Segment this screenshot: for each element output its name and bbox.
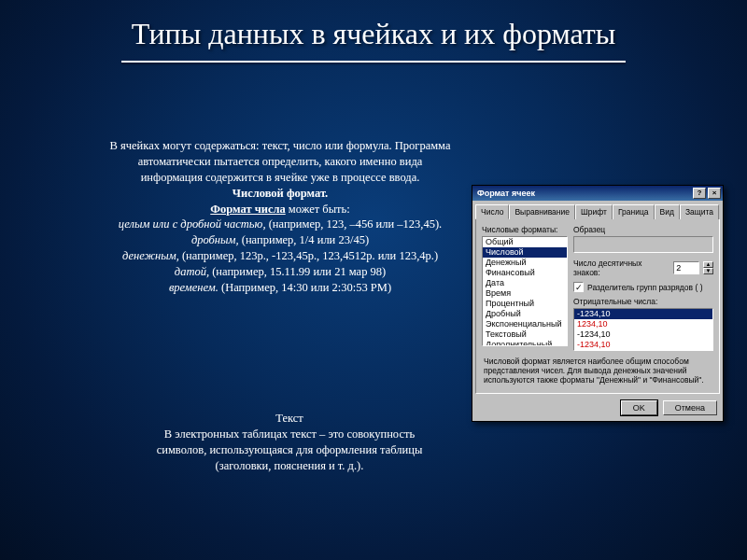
it2: дробным, bbox=[191, 233, 239, 246]
paragraph-text: В электронных таблицах текст – это совок… bbox=[145, 427, 434, 474]
tab-view[interactable]: Вид bbox=[655, 204, 680, 219]
dialog-buttons: OK Отмена bbox=[472, 397, 723, 421]
list-item[interactable]: 1234,10 bbox=[574, 319, 712, 329]
list-item[interactable]: Числовой bbox=[483, 247, 567, 258]
line-format: Формат числа может быть: bbox=[107, 202, 453, 217]
spin-up-icon[interactable]: ▲ bbox=[703, 261, 713, 268]
list-item[interactable]: -1234,10 bbox=[574, 309, 712, 319]
format-underline: Формат числа bbox=[210, 203, 285, 216]
formats-label: Числовые форматы: bbox=[482, 225, 568, 234]
list-item[interactable]: Финансовый bbox=[483, 268, 567, 278]
list-item[interactable]: Дробный bbox=[483, 309, 567, 319]
line-fraction: дробным, (например, 1/4 или 23/45) bbox=[107, 232, 453, 248]
list-item[interactable]: Текстовый bbox=[483, 329, 567, 340]
line-date: датой, (например, 15.11.99 или 21 мар 98… bbox=[107, 264, 453, 280]
help-button[interactable]: ? bbox=[693, 188, 706, 199]
list-item[interactable]: Время bbox=[483, 288, 567, 299]
ex5: (Например, 14:30 или 2:30:53 PM) bbox=[218, 281, 391, 294]
close-button[interactable]: × bbox=[708, 188, 721, 199]
it3: денежным, bbox=[122, 249, 179, 262]
decimals-spinner[interactable]: ▲▼ bbox=[703, 261, 713, 274]
tab-panel: Числовые форматы: Общий Числовой Денежны… bbox=[475, 218, 720, 394]
list-item[interactable]: Процентный bbox=[483, 299, 567, 309]
it1: целым или с дробной частью, bbox=[119, 217, 266, 231]
heading-text: Текст bbox=[145, 411, 434, 427]
it4: датой, bbox=[175, 265, 209, 278]
tab-number[interactable]: Число bbox=[475, 204, 509, 219]
tab-font[interactable]: Шрифт bbox=[575, 204, 613, 219]
dialog-titlebar[interactable]: Формат ячеек ? × bbox=[472, 186, 723, 201]
sample-label: Образец bbox=[573, 225, 713, 234]
line-integer: целым или с дробной частью, (например, 1… bbox=[107, 217, 453, 232]
ex2: (например, 1/4 или 23/45) bbox=[239, 233, 369, 246]
negatives-label: Отрицательные числа: bbox=[573, 297, 713, 306]
body-text-1: В ячейках могут содержаться: текст, числ… bbox=[107, 138, 453, 296]
tab-strip: Число Выравнивание Шрифт Граница Вид Защ… bbox=[472, 201, 723, 218]
list-item[interactable]: Дополнительный bbox=[483, 340, 567, 346]
decimals-label: Число десятичных знаков: bbox=[573, 259, 669, 277]
paragraph-intro: В ячейках могут содержаться: текст, числ… bbox=[107, 138, 453, 186]
formats-listbox[interactable]: Общий Числовой Денежный Финансовый Дата … bbox=[482, 236, 568, 346]
list-item[interactable]: -1234,10 bbox=[574, 340, 712, 350]
ok-button[interactable]: OK bbox=[621, 400, 657, 415]
list-item[interactable]: -1234,10 bbox=[574, 329, 712, 340]
line-time: временем. (Например, 14:30 или 2:30:53 P… bbox=[107, 280, 453, 296]
format-suffix: может быть: bbox=[286, 203, 350, 216]
title-underline bbox=[121, 61, 626, 63]
tab-protection[interactable]: Защита bbox=[680, 204, 719, 219]
spin-down-icon[interactable]: ▼ bbox=[703, 268, 713, 274]
format-hint: Числовой формат является наиболее общим … bbox=[482, 351, 713, 387]
tab-border[interactable]: Граница bbox=[613, 204, 655, 219]
list-item[interactable]: Дата bbox=[483, 278, 567, 288]
dialog-title: Формат ячеек bbox=[477, 189, 691, 198]
decimals-input[interactable]: 2 bbox=[673, 261, 699, 274]
cancel-button[interactable]: Отмена bbox=[663, 400, 717, 415]
it5: временем. bbox=[169, 281, 218, 294]
tab-alignment[interactable]: Выравнивание bbox=[509, 204, 575, 219]
sample-box bbox=[573, 236, 713, 253]
ex3: (например, 123р., -123,45р., 123,4512р. … bbox=[179, 249, 438, 262]
negatives-listbox[interactable]: -1234,10 1234,10 -1234,10 -1234,10 bbox=[573, 308, 713, 351]
ex4: (например, 15.11.99 или 21 мар 98) bbox=[209, 265, 386, 278]
ex1: (например, 123, –456 или –123,45). bbox=[266, 217, 443, 231]
body-text-2: Текст В электронных таблицах текст – это… bbox=[145, 411, 434, 474]
slide-title: Типы данных в ячейках и их форматы bbox=[0, 0, 747, 59]
separator-label: Разделитель групп разрядов ( ) bbox=[587, 283, 702, 292]
heading-numeric: Числовой формат. bbox=[107, 186, 453, 202]
list-item[interactable]: Общий bbox=[483, 237, 567, 247]
list-item[interactable]: Денежный bbox=[483, 258, 567, 268]
line-currency: денежным, (например, 123р., -123,45р., 1… bbox=[107, 248, 453, 264]
list-item[interactable]: Экспоненциальный bbox=[483, 319, 567, 329]
separator-checkbox[interactable]: ✓ bbox=[573, 282, 584, 292]
format-cells-dialog: Формат ячеек ? × Число Выравнивание Шриф… bbox=[472, 185, 724, 422]
